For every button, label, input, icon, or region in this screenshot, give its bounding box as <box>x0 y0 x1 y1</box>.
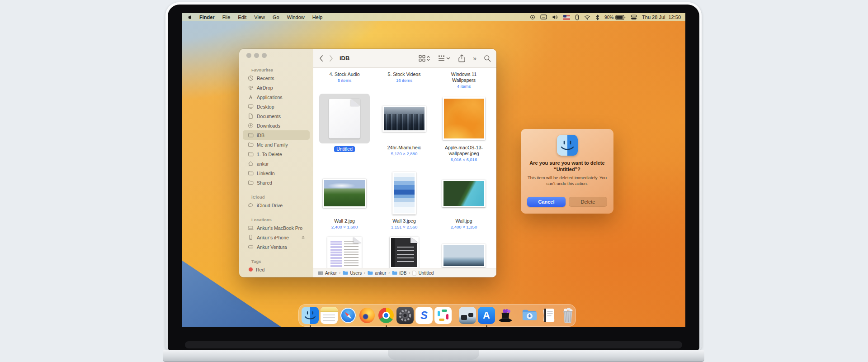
sidebar-item-tag-red[interactable]: Red <box>243 265 310 274</box>
file-item-clipped-spreadsheet[interactable] <box>315 237 374 268</box>
dock-safari-icon[interactable] <box>340 307 357 324</box>
folder-icon <box>248 142 254 148</box>
sidebar-item-macbook-pro[interactable]: Ankur’s MacBook Pro <box>243 223 310 233</box>
file-item-clipped-photo[interactable] <box>434 237 494 268</box>
folder-item-windows-11-wallpapers[interactable]: Windows 11 Wallpapers 4 items <box>434 71 494 89</box>
folder-icon <box>343 271 348 275</box>
photo-thumbnail <box>323 179 366 208</box>
input-source-flag-icon[interactable] <box>563 15 570 20</box>
path-item-idb[interactable]: iDB <box>392 271 406 276</box>
sidebar-item-to-delete[interactable]: 1. To Delete <box>243 149 310 159</box>
dock-finder-icon[interactable] <box>302 307 319 324</box>
sidebar-item-me-and-family[interactable]: Me and Family <box>243 140 310 149</box>
sidebar-item-label: Desktop <box>257 104 274 110</box>
iphone-icon <box>248 234 254 240</box>
desktop-wallpaper: Finder File Edit View Go Window Help <box>182 13 685 327</box>
menu-item-help[interactable]: Help <box>312 14 323 20</box>
dock-slack-icon[interactable] <box>434 307 452 324</box>
peripheral-icon[interactable] <box>575 14 579 20</box>
dock-magic-hat-icon[interactable] <box>497 307 514 324</box>
folder-item-stock-audio[interactable]: 4. Stock Audio 5 items <box>315 71 374 89</box>
path-item-users[interactable]: Users <box>343 271 362 276</box>
file-item-apple-wallpaper[interactable]: Apple-macOS-13-wallpaper.jpeg 6,016 × 6,… <box>434 92 494 162</box>
close-button[interactable] <box>246 53 251 58</box>
hinge <box>185 341 682 348</box>
wifi-icon[interactable] <box>584 15 590 20</box>
back-button[interactable] <box>319 55 323 62</box>
dock-app-store-icon[interactable]: A <box>478 307 495 324</box>
sidebar-item-label: 1. To Delete <box>257 152 282 157</box>
sidebar-item-airdrop[interactable]: AirDrop <box>243 83 310 92</box>
dock-downloads-folder-icon[interactable] <box>521 307 538 324</box>
dock-trash-icon[interactable] <box>559 307 576 324</box>
menu-item-go[interactable]: Go <box>273 14 279 20</box>
minimize-button[interactable] <box>254 53 259 58</box>
sidebar-item-documents[interactable]: Documents <box>243 111 310 121</box>
volume-icon[interactable] <box>552 14 558 20</box>
group-by-icon[interactable] <box>438 55 451 62</box>
menu-item-finder[interactable]: Finder <box>199 14 215 20</box>
path-item-ankur-disk[interactable]: Ankur <box>318 271 337 276</box>
path-item-ankur[interactable]: ankur <box>368 271 386 276</box>
battery-percent: 90% <box>604 15 613 20</box>
spreadsheet-document-icon <box>327 237 362 268</box>
search-icon[interactable] <box>484 55 491 62</box>
path-item-untitled[interactable]: Untitled <box>412 271 434 276</box>
sidebar-item-label: AirDrop <box>257 85 273 90</box>
sidebar-item-icloud-drive[interactable]: iCloud Drive <box>243 200 310 210</box>
file-item-wall-2[interactable]: Wall 2.jpg 2,400 × 1,600 <box>315 168 374 229</box>
more-toolbar-items-button[interactable]: » <box>473 55 476 62</box>
screen-record-icon[interactable] <box>530 14 535 20</box>
view-options-icon[interactable] <box>419 55 430 62</box>
date-label: Thu 28 Jul <box>642 14 665 20</box>
sidebar-item-applications[interactable]: Applications <box>243 92 310 102</box>
dock-firefox-icon[interactable] <box>359 307 376 324</box>
sidebar-item-linkedin[interactable]: LinkedIn <box>243 168 310 178</box>
sidebar-item-label: ankur <box>257 161 269 167</box>
file-item-wall-3[interactable]: Wall 3.jpeg 1,151 × 2,560 <box>374 168 434 229</box>
sidebar-item-label: Ankur’s MacBook Pro <box>257 225 302 231</box>
eject-icon[interactable] <box>300 235 306 240</box>
sidebar-item-label: Shared <box>257 180 272 186</box>
dock-chrome-icon[interactable] <box>377 307 395 324</box>
menu-item-view[interactable]: View <box>254 14 265 20</box>
share-icon[interactable] <box>458 54 465 62</box>
cancel-button[interactable]: Cancel <box>527 197 566 207</box>
forward-button[interactable] <box>329 55 334 62</box>
control-center-icon[interactable] <box>631 14 637 20</box>
menu-item-window[interactable]: Window <box>287 14 305 20</box>
sidebar-item-recents[interactable]: Recents <box>243 73 310 83</box>
file-item-clipped-dark-document[interactable] <box>374 237 434 268</box>
file-item-wall[interactable]: Wall.jpg 2,400 × 1,350 <box>434 168 494 229</box>
dock-notes-icon[interactable] <box>321 307 338 324</box>
menu-bar: Finder File Edit View Go Window Help <box>182 13 685 21</box>
dock-simplenote-icon[interactable]: S <box>415 307 433 324</box>
sidebar-item-ankur-home[interactable]: ankur <box>243 159 310 168</box>
sidebar-item-desktop[interactable]: Desktop <box>243 102 310 111</box>
folder-item-stock-videos[interactable]: 5. Stock Videos 16 items <box>374 71 434 89</box>
menu-item-file[interactable]: File <box>222 14 231 20</box>
dock-document-stack-icon[interactable] <box>540 307 557 324</box>
file-item-miami[interactable]: 24hr-Miami.heic 5,120 × 2,880 <box>374 92 434 162</box>
sidebar-item-iphone[interactable]: Ankur’s iPhone <box>243 233 310 242</box>
red-tag-icon <box>249 267 253 272</box>
dock-system-settings-icon[interactable] <box>396 307 414 324</box>
file-grid: 4. Stock Audio 5 items 5. Stock Videos 1… <box>313 68 496 268</box>
file-icon <box>412 271 416 276</box>
display-icon[interactable] <box>540 14 547 20</box>
sidebar-item-idb[interactable]: iDB <box>243 130 310 140</box>
sidebar-item-downloads[interactable]: Downloads <box>243 121 310 130</box>
menu-item-edit[interactable]: Edit <box>238 14 246 20</box>
dock-photo-preview-icon[interactable] <box>459 307 476 324</box>
sidebar-item-shared[interactable]: Shared <box>243 178 310 187</box>
photo-thumbnail <box>382 106 426 132</box>
delete-button[interactable]: Delete <box>569 197 607 207</box>
apple-menu-icon[interactable] <box>186 14 192 20</box>
file-item-untitled[interactable]: Untitled <box>315 92 374 162</box>
home-icon <box>248 161 254 167</box>
bluetooth-icon[interactable] <box>595 14 599 20</box>
battery-icon[interactable] <box>615 15 626 20</box>
menu-bar-clock[interactable]: Thu 28 Jul 12:50 <box>642 14 681 20</box>
zoom-button[interactable] <box>262 53 267 58</box>
sidebar-item-ankur-ventura[interactable]: Ankur Ventura <box>243 242 310 252</box>
